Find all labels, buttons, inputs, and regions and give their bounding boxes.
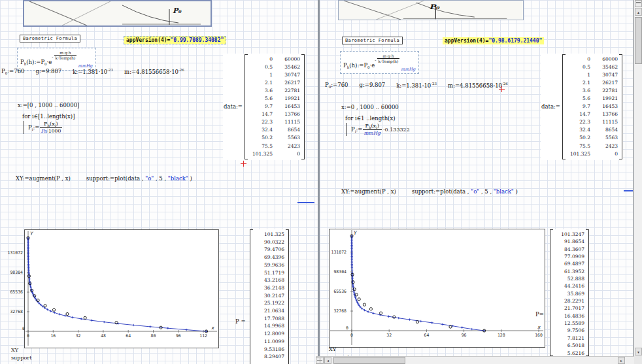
svg-text:128: 128 bbox=[498, 333, 505, 338]
pressure-plot[interactable]: 32768655369830413107200326496128160Yx bbox=[329, 228, 546, 348]
vector-value: 8.29407 bbox=[254, 353, 284, 361]
scrollbar-corner bbox=[634, 356, 642, 364]
xy-region-label[interactable]: XY bbox=[329, 346, 349, 354]
worksheet-right[interactable]: P₀ Barometric Formula appVersion(4)="0.9… bbox=[320, 0, 633, 364]
const-p0: P0:=760 bbox=[1, 68, 24, 75]
insertion-cursor-icon[interactable] bbox=[241, 161, 246, 167]
p-vector-values: 101.32590.032279.470669.439659.963651.17… bbox=[254, 231, 284, 361]
vector-value: 51.1719 bbox=[254, 269, 284, 277]
vector-value: 44.2416 bbox=[554, 282, 584, 290]
loop-scope: Pi:= Ph(xi) mmHg ·0.133322 bbox=[346, 123, 410, 136]
matrix-row: 75.52423 bbox=[567, 142, 618, 150]
x-range-definition[interactable]: x:=0 , 1000 .. 60000 bbox=[341, 104, 399, 110]
xy-region-label[interactable]: XY bbox=[11, 346, 31, 354]
svg-text:131072: 131072 bbox=[331, 250, 347, 255]
support-definition: support:=plot(data , "o" , 5 , "black" ) bbox=[86, 175, 192, 182]
loop-scope: Pi:= Ph(xi) Pa·1000 bbox=[24, 121, 75, 134]
matrix-row: 060000 bbox=[567, 56, 618, 63]
vector-value: 90.0322 bbox=[254, 239, 284, 246]
svg-text:112: 112 bbox=[199, 333, 207, 339]
p-den-unit: mmHg bbox=[364, 130, 381, 136]
data-matrix: 0600000.5354621307472.1262173.6227815.61… bbox=[249, 56, 300, 158]
formula-unit: mmHg bbox=[401, 67, 415, 72]
p-den-unit: Pa bbox=[41, 128, 47, 134]
matrix-row: 2.126217 bbox=[567, 79, 618, 87]
svg-text:32: 32 bbox=[76, 333, 81, 339]
barometric-formula-region[interactable]: Ph(h):=P0·e-m·g·hk·Temp(h)mmHg bbox=[340, 51, 419, 74]
vertical-scroll-thumb[interactable] bbox=[635, 17, 642, 64]
scroll-right-icon[interactable]: ▸ bbox=[618, 357, 625, 364]
vector-value: 35.869 bbox=[554, 290, 584, 297]
vector-value: 91.8654 bbox=[554, 238, 584, 245]
region-title-box[interactable]: Barometric Formula bbox=[342, 37, 403, 44]
matrix-row: 14.713766 bbox=[567, 110, 618, 118]
x-range-definition[interactable]: x:=[0 , 1000 .. 60000] bbox=[18, 102, 79, 108]
p-result-vector[interactable]: P= 101.324791.865484.360777.090969.48976… bbox=[550, 229, 589, 356]
vector-value: 14.9968 bbox=[254, 322, 284, 330]
xy-support-row[interactable]: XY:=augment(P , x)support:=plot(data , "… bbox=[16, 175, 192, 182]
vertical-scrollbar[interactable]: ▴ ▾ bbox=[634, 0, 642, 364]
page-break-marker bbox=[297, 202, 314, 203]
data-matrix-region[interactable]: data:= 0600000.5354621307472.1262173.622… bbox=[541, 54, 623, 160]
matrix-row: 0.535462 bbox=[567, 63, 618, 71]
matrix-row: 2.126217 bbox=[249, 79, 300, 87]
p-suffix: ·0.133322 bbox=[383, 127, 410, 133]
const-m: m:=4.81556658·10-26 bbox=[124, 68, 184, 75]
constants-row[interactable]: P0:=760 g:=9.807 k:=1.381·10-23 m:=4.815… bbox=[325, 82, 508, 89]
figure-image[interactable]: P₀ bbox=[338, 0, 524, 20]
svg-text:32768: 32768 bbox=[333, 308, 346, 314]
for-loop-region[interactable]: for i∈[1..length(x)] Pi:= Ph(xi) Pa·1000 bbox=[22, 113, 75, 134]
for-loop-region[interactable]: for i∈1 ..length(x) Pi:= Ph(xi) mmHg ·0.… bbox=[345, 115, 410, 136]
window-split-icon[interactable] bbox=[635, 0, 642, 7]
support-region-label[interactable]: support bbox=[11, 354, 31, 362]
figure-p0-label: P₀ bbox=[173, 7, 182, 15]
vector-value: 6.5018 bbox=[554, 342, 584, 349]
matrix-row: 5.619921 bbox=[249, 95, 300, 103]
vector-value: 59.9636 bbox=[254, 261, 284, 269]
app-version-region[interactable]: appVersion(4)="0.98.6179.21440" bbox=[443, 37, 544, 44]
region-title-box[interactable]: Barometric Formula bbox=[20, 35, 80, 42]
data-matrix-region[interactable]: data:= 0600000.5354621307472.1262173.622… bbox=[223, 54, 305, 160]
formula-exponent-fraction: m·g·hk·Temp(h) bbox=[54, 50, 77, 60]
xy-definition: XY:=augment(P , x) bbox=[341, 188, 396, 195]
vector-value: 43.2168 bbox=[254, 276, 284, 284]
grid-toggle-icon[interactable] bbox=[316, 357, 324, 364]
horizontal-scroll-thumb[interactable] bbox=[333, 357, 405, 364]
vector-value: 69.4396 bbox=[254, 254, 284, 261]
app-version-call: appVersion(4)= bbox=[445, 38, 488, 44]
matrix-row: 130747 bbox=[567, 71, 618, 79]
svg-text:98304: 98304 bbox=[10, 270, 23, 275]
figure-image[interactable]: P₀ bbox=[23, 0, 212, 27]
app-version-region[interactable]: appVersion(4)="0.99.7089.34082" bbox=[124, 36, 226, 44]
data-matrix: 0600000.5354621307472.1262173.6227815.61… bbox=[567, 56, 618, 158]
p-result-vector[interactable]: P = 101.32590.032279.470669.439659.96365… bbox=[250, 229, 289, 364]
constants-row[interactable]: P0:=760 g:=9.807 k:=1.381·10-23 m:=4.815… bbox=[1, 68, 184, 75]
app-version-value: "0.99.7089.34082" bbox=[170, 37, 224, 43]
scroll-down-icon[interactable]: ▾ bbox=[635, 348, 642, 356]
scroll-up-icon[interactable]: ▴ bbox=[635, 8, 642, 16]
vector-value: 21.0634 bbox=[254, 307, 284, 315]
worksheet-left[interactable]: P₀ Barometric Formula appVersion(4)="0.9… bbox=[0, 0, 318, 364]
data-label: data:= bbox=[224, 103, 243, 110]
matrix-row: 50.25563 bbox=[567, 134, 618, 142]
xy-definition: XY:=augment(P , x) bbox=[16, 175, 71, 182]
insertion-cursor-icon[interactable] bbox=[499, 86, 505, 92]
pressure-plot[interactable]: 32768655369830413107200163248648096112Yx bbox=[3, 229, 220, 349]
next-regions-labels[interactable]: XY support bbox=[11, 346, 31, 362]
const-g: g:=9.807 bbox=[359, 82, 385, 89]
const-k: k:=1.381·10-23 bbox=[396, 82, 437, 89]
vector-value: 79.4706 bbox=[254, 246, 284, 254]
vector-value: 5.6216 bbox=[554, 350, 584, 357]
horizontal-scrollbar[interactable]: ◂ ▸ bbox=[316, 356, 634, 364]
vector-value: 101.325 bbox=[254, 231, 284, 239]
barometric-formula-region[interactable]: Ph(h):=P0·e-m·g·hk·Temp(h)mmHg bbox=[17, 48, 96, 71]
vector-value: 25.1922 bbox=[254, 299, 284, 307]
xy-support-row[interactable]: XY:=augment(P , x)support:=plot(data , "… bbox=[341, 188, 518, 195]
matrix-row: 32.48654 bbox=[249, 126, 300, 134]
app-version-call: appVersion(4)= bbox=[126, 37, 170, 43]
vector-value: 30.2147 bbox=[254, 292, 284, 300]
scroll-left-icon[interactable]: ◂ bbox=[324, 357, 331, 364]
for-line: for i∈1 ..length(x) bbox=[345, 115, 410, 122]
vector-value: 69.4897 bbox=[554, 260, 584, 267]
page-break-marker bbox=[624, 190, 633, 191]
